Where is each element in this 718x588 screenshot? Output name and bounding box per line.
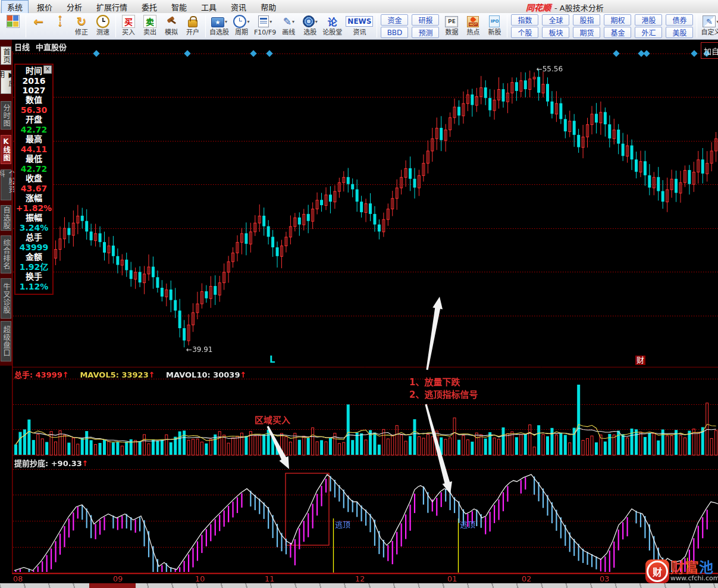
dropdown-arrow-icon[interactable]: ▾ [315,19,318,24]
gavel-icon [165,15,177,27]
app-window: 系统报价分析扩展行情委托智能工具资讯帮助 同花顺 - A股技术分析 ←↑↓↻修正… [0,0,718,588]
toolbar-f10-f9-button[interactable]: ▾F10/F9 [252,13,278,39]
x-axis-label-02: 02 [522,574,532,583]
info-label: 总手 [15,232,52,243]
sidebar: 首页▶应用分时图K线图个股资料自选股综合排名牛叉诊股超级盘口 [0,40,12,366]
toolbar-open-account-button[interactable]: 开户 [182,13,203,39]
escape-top-label: 逃顶 [460,518,475,530]
layout-grid-icon [7,15,20,28]
button-债券[interactable]: 债券 [666,14,693,26]
toolbar-new-shares-button[interactable]: IPO新股 [484,13,505,39]
button-全球[interactable]: 全球 [542,14,569,26]
dropdown-arrow-icon[interactable]: ▾ [247,19,249,24]
toolbar-separator [26,15,26,37]
button-研报[interactable]: 研报 [412,14,439,26]
toolbar-separator [205,15,206,37]
toolbar-watchlist-button[interactable]: ★▾自选股 [208,13,231,39]
button-资金[interactable]: 资金 [381,14,408,26]
toolbar-sell-button[interactable]: 卖卖出 [139,13,161,39]
toolbar-customize-button[interactable]: ✎▾自定义 [699,13,718,39]
sidebar-tab-diagnosis[interactable]: 牛叉诊股 [1,278,11,319]
toolbar-simulate-button[interactable]: 模拟 [161,13,182,39]
active-bottom-tab[interactable] [89,583,136,588]
button-外汇[interactable]: 外汇 [635,27,662,38]
escape-top-label: 逃顶 [335,518,350,530]
dropdown-arrow-icon[interactable]: ▾ [269,19,272,24]
info-value: 43.67 [15,184,52,193]
toolbar-hotspot-button[interactable]: HOT热点 [462,13,484,39]
menu-item-系统[interactable]: 系统 [1,0,29,14]
refresh-icon: ↻ [77,15,87,27]
info-label: 最高 [15,134,52,144]
close-icon[interactable]: × [43,65,52,74]
button-期权[interactable]: 期权 [604,14,631,26]
menu-item-扩展行情[interactable]: 扩展行情 [90,0,133,14]
dropdown-arrow-icon[interactable]: ▾ [292,19,294,24]
sidebar-tab-ranking[interactable]: 综合排名 [1,235,11,273]
menu-item-帮助[interactable]: 帮助 [255,0,282,14]
marker-l: L [269,354,275,365]
button-股指[interactable]: 股指 [573,14,600,26]
info-label: 振幅 [15,213,52,223]
toolbar-funds-bbd: 资金BBD [379,13,410,39]
toolbar-bonds-us: 债券美股 [664,13,695,39]
sidebar-tab-super-tape[interactable]: 超级盘口 [1,321,11,361]
menu-bar: 系统报价分析扩展行情委托智能工具资讯帮助 同花顺 - A股技术分析 [0,0,718,14]
ipo-icon: IPO [489,15,500,27]
button-港股[interactable]: 港股 [635,14,662,26]
chart-canvas[interactable] [12,40,718,583]
menu-item-分析[interactable]: 分析 [61,0,88,14]
info-label: 收盘 [15,174,52,184]
toolbar-layout-button[interactable] [2,13,24,39]
button-美股[interactable]: 美股 [666,27,693,38]
button-板块[interactable]: 板块 [542,27,569,38]
x-axis-label-10: 10 [195,574,205,583]
bottom-tab-strip[interactable] [0,583,718,588]
forum-icon: 论 [328,14,337,29]
dropdown-arrow-icon[interactable]: ▾ [225,19,227,24]
toolbar-speed-test-button[interactable]: 测速 [92,13,114,39]
menu-item-委托[interactable]: 委托 [136,0,163,14]
toolbar-page-arrows-button[interactable]: ↑↓ [49,13,71,39]
up-arrow-icon: ↑ [149,370,155,379]
toolbar-news-button[interactable]: NEWS资讯 [344,13,375,39]
toolbar-forum-button[interactable]: 论论股堂 [321,13,344,39]
toolbar: ←↑↓↻修正测速买买入卖卖出模拟开户★▾自选股▾周期▾F10/F9✎▾画线▾选股… [0,13,718,40]
button-个股[interactable]: 个股 [511,27,538,38]
x-axis-label-09: 09 [113,574,123,583]
info-value: 42.72 [15,125,52,134]
toolbar-draw-line-button[interactable]: ✎▾画线 [278,13,299,39]
up-arrow-icon: ↑ [240,370,246,379]
toolbar-buy-button[interactable]: 买买入 [118,13,139,39]
back-arrow-icon: ← [34,15,44,27]
toolbar-correct-button[interactable]: ↻修正 [71,13,92,39]
toolbar-stock-picker-button[interactable]: ▾选股 [299,13,321,39]
toolbar-data-button[interactable]: PE数据 [441,13,462,39]
toolbar-back-button[interactable]: ← [28,13,49,39]
toolbar-period-button[interactable]: ▾周期 [231,13,252,39]
document-icon [258,15,269,27]
sidebar-tab-kline[interactable]: K线图 [1,135,11,164]
hot-flame-icon: HOT [467,16,479,27]
menu-item-报价[interactable]: 报价 [31,0,58,14]
sidebar-tab-apps[interactable]: ▶应用 [1,70,11,94]
button-预测[interactable]: 预测 [412,27,439,38]
menu-item-工具[interactable]: 工具 [195,0,222,14]
button-期货[interactable]: 期货 [573,27,600,38]
x-axis-label-11: 11 [265,574,275,583]
button-BBD[interactable]: BBD [381,27,408,38]
button-基金[interactable]: 基金 [604,27,631,38]
menu-item-智能[interactable]: 智能 [165,0,193,14]
menu-item-资讯[interactable]: 资讯 [225,0,252,14]
sidebar-tab-stock-info[interactable]: 个股资料 [1,169,11,200]
add-watchlist-button[interactable]: 加自选 [701,42,718,59]
sidebar-tab-watchlist[interactable]: 自选股 [1,205,11,231]
info-value: 1.12% [15,282,52,291]
annotation-escape-signal: 2、逃顶指标信号 [409,388,478,400]
info-value: 44.11 [15,144,52,154]
sidebar-tab-intraday[interactable]: 分时图 [1,101,11,130]
radar-icon [303,15,315,27]
sidebar-tab-home[interactable]: 首页 [1,46,11,65]
button-指数[interactable]: 指数 [511,14,538,26]
up-arrow-icon: ↑ [62,370,69,379]
